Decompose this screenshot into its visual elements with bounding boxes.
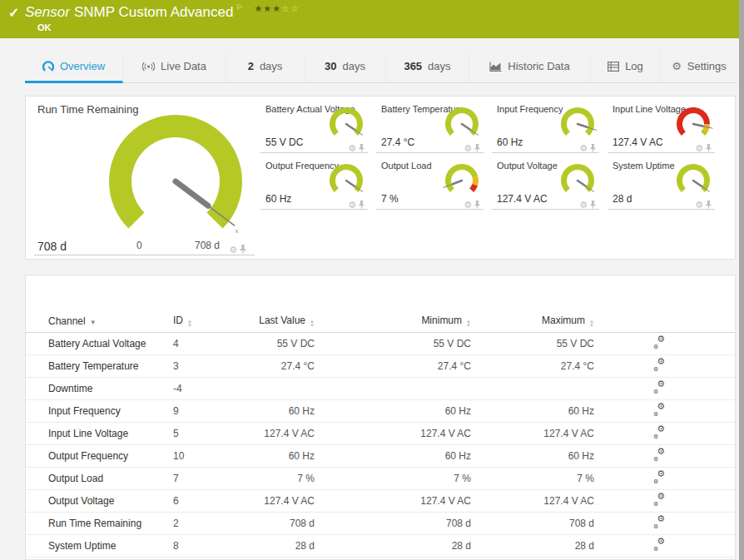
channel-settings-icon[interactable]: ⚙⚙ — [652, 359, 666, 371]
tab-number: 365 — [404, 60, 422, 72]
channel-settings-icon[interactable]: ⚙⚙ — [652, 381, 666, 394]
tab-historic-data[interactable]: Historic Data — [469, 52, 591, 83]
pin-icon[interactable] — [589, 144, 597, 152]
column-header-last-value[interactable]: Last Value▲▼ — [252, 315, 315, 328]
divider — [608, 209, 715, 210]
star-rating[interactable]: ★★★☆☆ — [254, 3, 299, 14]
gear-icon[interactable]: ⚙ — [348, 144, 356, 152]
column-header-channel[interactable]: Channel▼ — [48, 315, 173, 327]
channel-gauge-title: System Uptime — [613, 161, 675, 171]
pin-icon[interactable] — [705, 201, 712, 209]
channel-minimum: 7 % — [315, 473, 471, 484]
table-row[interactable]: Run Time Remaining 2 708 d 708 d 708 d ⚙… — [26, 513, 735, 535]
table-row[interactable]: Output Frequency 10 60 Hz 60 Hz 60 Hz ⚙⚙ — [26, 445, 735, 468]
channel-settings-icon[interactable]: ⚙⚙ — [652, 471, 666, 483]
channel-gauge-card[interactable]: Battery Actual Voltage 55 V DC ⚙ — [260, 102, 376, 153]
pin-icon[interactable] — [358, 201, 365, 209]
channel-settings-icon[interactable]: ⚙⚙ — [652, 404, 666, 416]
tab-settings[interactable]: ⚙ Settings — [661, 52, 737, 83]
gear-icon[interactable]: ⚙ — [695, 201, 703, 209]
channel-settings-icon[interactable]: ⚙⚙ — [652, 336, 666, 349]
channel-gauge-card[interactable]: Input Frequency 60 Hz ⚙ — [492, 102, 608, 153]
table-row[interactable]: Output Load 7 7 % 7 % 7 % ⚙⚙ — [26, 468, 735, 490]
gear-icon[interactable]: ⚙ — [229, 245, 237, 254]
channel-name[interactable]: Output Load — [48, 473, 173, 484]
tab-label: days — [260, 60, 282, 72]
divider — [608, 152, 715, 153]
channel-gauge-card[interactable]: Output Voltage 127.4 V AC ⚙ — [492, 159, 608, 210]
channel-gauge-title: Input Frequency — [497, 104, 563, 114]
channel-settings-icon[interactable]: ⚙⚙ — [652, 516, 666, 528]
divider — [260, 152, 368, 153]
divider — [376, 209, 484, 210]
table-row[interactable]: Input Frequency 9 60 Hz 60 Hz 60 Hz ⚙⚙ — [26, 400, 735, 423]
table-row[interactable]: Input Line Voltage 5 127.4 V AC 127.4 V … — [26, 423, 735, 445]
tab-live-data[interactable]: Live Data — [123, 52, 226, 83]
gear-icon[interactable]: ⚙ — [464, 201, 472, 209]
channel-name[interactable]: Downtime — [48, 383, 173, 394]
scrollbar-track[interactable] — [739, 0, 744, 560]
channel-gauge-card[interactable]: Output Load 7 % ⚙ — [376, 159, 492, 210]
channel-gauge-card[interactable]: Input Line Voltage 127.4 V AC ⚙ — [608, 102, 723, 153]
gear-icon[interactable]: ⚙ — [695, 144, 703, 152]
tab-label: Live Data — [161, 60, 206, 72]
channel-name[interactable]: Run Time Remaining — [48, 518, 173, 529]
channel-maximum: 7 % — [471, 473, 594, 484]
pin-icon[interactable] — [474, 201, 481, 209]
channel-last-value: 60 Hz — [252, 405, 315, 417]
channel-maximum: 27.4 °C — [471, 360, 594, 372]
divider — [34, 255, 255, 255]
channel-name[interactable]: Battery Actual Voltage — [48, 338, 173, 349]
channel-name[interactable]: Output Voltage — [48, 495, 173, 507]
channel-gauge-card[interactable]: Battery Temperature 27.4 °C ⚙ — [376, 102, 492, 153]
table-row[interactable]: Battery Actual Voltage 4 55 V DC 55 V DC… — [26, 333, 735, 355]
channel-settings-icon[interactable]: ⚙⚙ — [652, 448, 666, 461]
pin-icon[interactable] — [474, 144, 481, 152]
channel-last-value: 55 V DC — [252, 338, 315, 349]
table-body: Battery Actual Voltage 4 55 V DC 55 V DC… — [26, 333, 735, 558]
status-ok-check-icon: ✓ — [8, 5, 19, 21]
channel-gauge-card[interactable]: System Uptime 28 d ⚙ — [608, 159, 723, 210]
channel-name[interactable]: System Uptime — [48, 540, 173, 552]
gear-icon[interactable]: ⚙ — [579, 144, 588, 152]
channel-name[interactable]: Input Line Voltage — [48, 428, 173, 439]
tab-30-days[interactable]: 30 days — [305, 52, 386, 83]
star-filled-icon: ★ — [263, 3, 272, 13]
sensor-title: SNMP Custom Advanced — [74, 4, 234, 20]
table-row[interactable]: System Uptime 8 28 d 28 d 28 d ⚙⚙ — [26, 535, 735, 558]
tab-number: 30 — [325, 60, 336, 72]
area-chart-icon — [489, 62, 502, 72]
table-row[interactable]: Output Voltage 6 127.4 V AC 127.4 V AC 1… — [26, 490, 735, 513]
gear-icon[interactable]: ⚙ — [464, 144, 472, 152]
gear-icon[interactable]: ⚙ — [579, 201, 588, 209]
channel-settings-icon[interactable]: ⚙⚙ — [652, 538, 666, 551]
column-header-id[interactable]: ID▲▼ — [173, 315, 252, 328]
tab-365-days[interactable]: 365 days — [386, 52, 469, 83]
column-header-minimum[interactable]: Minimum▲▼ — [315, 315, 471, 328]
channel-name[interactable]: Battery Temperature — [48, 360, 173, 372]
pin-icon[interactable] — [705, 144, 712, 152]
tab-overview[interactable]: Overview — [25, 52, 123, 83]
pin-icon[interactable] — [358, 144, 365, 152]
table-row[interactable]: Battery Temperature 3 27.4 °C 27.4 °C 27… — [26, 355, 735, 378]
gauge-icon — [42, 61, 54, 72]
channels-table-panel: Channel▼ ID▲▼ Last Value▲▼ Minimum▲▼ Max… — [25, 275, 736, 560]
channel-settings-icon[interactable]: ⚙⚙ — [652, 426, 666, 439]
table-row[interactable]: Downtime -4 ⚙⚙ — [26, 378, 735, 400]
channel-name[interactable]: Output Frequency — [48, 450, 173, 462]
gear-icon[interactable]: ⚙ — [348, 201, 356, 209]
channel-gauge-card[interactable]: Output Frequency 60 Hz ⚙ — [260, 159, 376, 210]
main-gauge-card[interactable]: Run Time Remaining x 0 708 d 708 d ⚙ — [26, 97, 259, 259]
column-header-maximum[interactable]: Maximum▲▼ — [471, 315, 594, 328]
pin-icon[interactable] — [589, 201, 597, 209]
gauge-max-label: 708 d — [195, 240, 220, 251]
channel-name[interactable]: Input Frequency — [48, 405, 173, 417]
channel-settings-icon[interactable]: ⚙⚙ — [652, 493, 666, 506]
tab-log[interactable]: Log — [591, 52, 661, 83]
tab-2-days[interactable]: 2 days — [226, 52, 305, 83]
pin-icon[interactable] — [239, 245, 247, 254]
star-empty-icon: ☆ — [281, 3, 290, 13]
channel-gauge-title: Output Load — [381, 161, 432, 171]
channel-gauge — [326, 107, 366, 145]
star-filled-icon: ★ — [272, 3, 281, 13]
